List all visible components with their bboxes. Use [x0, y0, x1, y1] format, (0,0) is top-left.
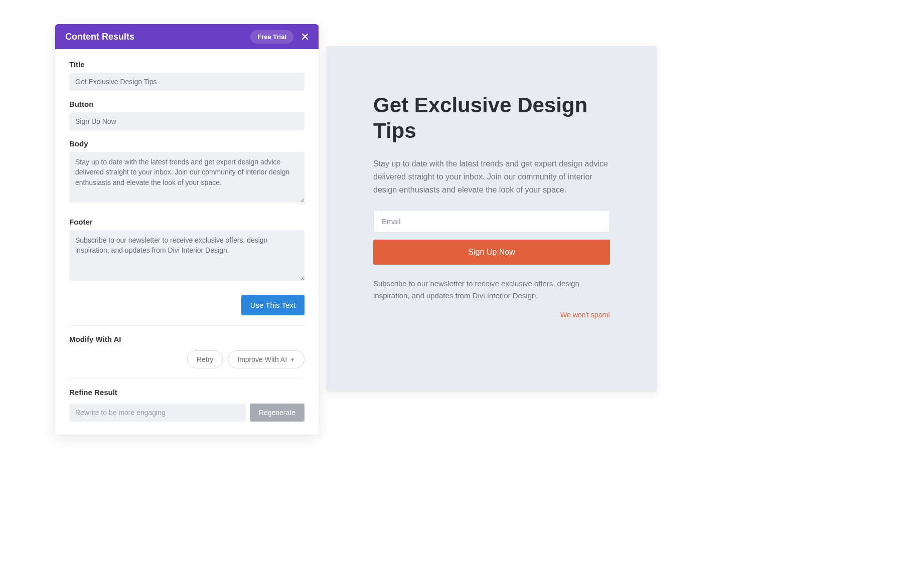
use-this-text-button[interactable]: Use This Text — [241, 295, 305, 315]
retry-button[interactable]: Retry — [187, 350, 223, 368]
signup-button[interactable]: Sign Up Now — [373, 240, 610, 265]
button-value[interactable]: Sign Up Now — [69, 112, 305, 130]
refine-input[interactable] — [69, 404, 246, 422]
close-icon[interactable] — [300, 32, 310, 41]
title-value[interactable]: Get Exclusive Design Tips — [69, 73, 305, 91]
regenerate-button[interactable]: Regenerate — [250, 404, 305, 422]
modify-with-ai-label: Modify With AI — [69, 335, 305, 343]
free-trial-button[interactable]: Free Trial — [250, 30, 293, 44]
preview-pane: Get Exclusive Design Tips Stay up to dat… — [326, 46, 657, 392]
preview-body-text: Stay up to date with the latest trends a… — [373, 157, 610, 196]
button-label: Button — [69, 100, 305, 108]
divider — [69, 325, 305, 326]
email-field[interactable] — [373, 210, 610, 233]
refine-result-label: Refine Result — [69, 388, 305, 397]
title-label: Title — [69, 60, 305, 69]
footer-label: Footer — [69, 218, 305, 226]
preview-footer-text: Subscribe to our newsletter to receive e… — [373, 278, 610, 302]
panel-title: Content Results — [65, 32, 250, 42]
content-results-panel: Content Results Free Trial Title Get Exc… — [55, 24, 319, 435]
retry-button-label: Retry — [197, 355, 213, 363]
preview-title: Get Exclusive Design Tips — [373, 92, 610, 143]
spam-notice: We won't spam! — [373, 311, 610, 319]
panel-header: Content Results Free Trial — [55, 24, 319, 49]
body-label: Body — [69, 139, 305, 148]
improve-with-ai-label: Improve With AI — [237, 355, 287, 363]
divider — [69, 378, 305, 379]
body-textarea[interactable] — [69, 152, 305, 203]
chevron-down-icon: ▼ — [290, 357, 295, 362]
improve-with-ai-button[interactable]: Improve With AI ▼ — [228, 350, 305, 368]
panel-body: Title Get Exclusive Design Tips Button S… — [55, 49, 319, 435]
footer-textarea[interactable] — [69, 230, 305, 281]
